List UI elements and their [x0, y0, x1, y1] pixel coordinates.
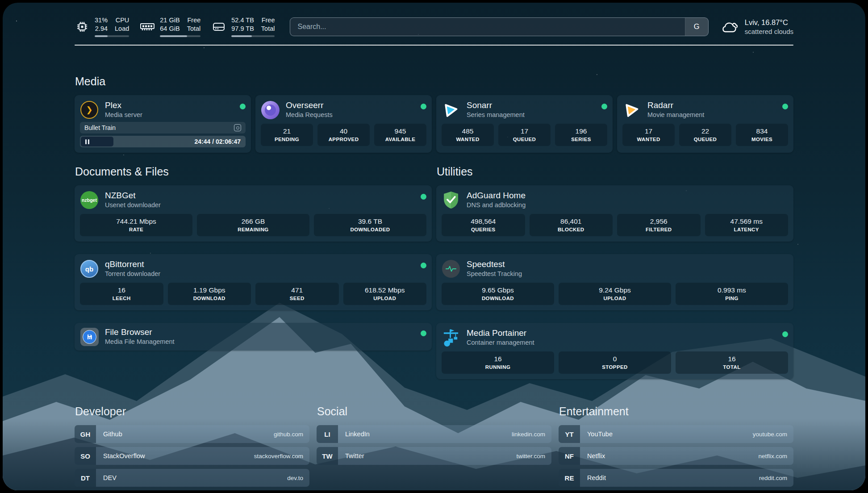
speedtest-card[interactable]: Speedtest Speedtest Tracking 9.65 Gbps D…	[436, 254, 793, 310]
playback-time: 24:44 / 02:06:47	[194, 138, 245, 145]
bookmark-abbr: DT	[75, 469, 96, 487]
top-header: 31% CPU 2.94 Load	[75, 16, 793, 37]
service-description: Movie management	[647, 111, 704, 118]
memory-total-value: 64 GiB	[160, 25, 179, 33]
plex-progress-row: 24:44 / 02:06:47	[80, 136, 246, 147]
speedtest-icon	[442, 259, 460, 278]
bookmark-reddit[interactable]: RE Reddit reddit.com	[559, 469, 793, 487]
session-view-icon[interactable]	[234, 124, 241, 131]
service-description: Container management	[467, 339, 534, 346]
bookmark-stackoverflow[interactable]: SO StackOverflow stackoverflow.com	[75, 447, 309, 465]
stat-block: 9.24 Gbps UPLOAD	[559, 283, 671, 305]
section-utilities: Utilities AdGuard Home	[436, 165, 793, 379]
bookmark-name: DEV	[103, 474, 117, 481]
memory-widget: 21 GiB Free 64 GiB Total	[140, 16, 200, 37]
stat-block: 834 MOVIES	[736, 124, 788, 146]
bookmark-abbr: GH	[75, 425, 96, 443]
pause-icon[interactable]	[81, 137, 113, 146]
resource-widgets: 31% CPU 2.94 Load	[75, 16, 275, 37]
plex-card[interactable]: ❯ Plex Media server Bullet Train	[75, 95, 251, 153]
dashboard-page: 31% CPU 2.94 Load	[3, 3, 865, 490]
service-name: Plex	[105, 100, 142, 110]
status-dot	[782, 104, 788, 109]
status-dot	[421, 194, 426, 200]
nzbget-card[interactable]: nzbget NZBGet Usenet downloader 744.21 M…	[75, 185, 432, 242]
disk-progress-bar	[231, 35, 275, 38]
entertainment-heading: Entertainment	[559, 405, 793, 418]
portainer-card[interactable]: Media Portainer Container management 16 …	[436, 323, 793, 379]
sonarr-card[interactable]: Sonarr Series management 485 WANTED 17 Q…	[436, 95, 613, 153]
bookmark-abbr: RE	[559, 469, 580, 487]
service-name: Speedtest	[467, 259, 522, 269]
memory-progress-bar	[160, 35, 200, 38]
status-dot	[782, 331, 788, 337]
bookmark-abbr: NF	[559, 447, 580, 465]
stat-block: 0 STOPPED	[559, 351, 671, 374]
bookmark-github[interactable]: GH Github github.com	[75, 425, 309, 443]
adguard-icon	[442, 191, 460, 209]
overseerr-card[interactable]: Overseerr Media Requests 21 PENDING 40 A…	[255, 95, 432, 153]
bookmark-abbr: LI	[317, 425, 338, 443]
bookmark-abbr: SO	[75, 447, 96, 465]
bookmark-name: StackOverflow	[103, 452, 145, 460]
disk-total-label: Total	[261, 25, 275, 33]
stat-block: 744.21 Mbps RATE	[80, 214, 192, 236]
search-input[interactable]	[290, 18, 684, 36]
stat-block: 9.65 Gbps DOWNLOAD	[442, 283, 554, 305]
bookmark-name: YouTube	[587, 430, 613, 438]
stat-block: 17 WANTED	[622, 124, 675, 146]
stat-block: 21 PENDING	[261, 124, 313, 146]
bookmark-dev[interactable]: DT DEV dev.to	[75, 469, 309, 487]
bookmark-netflix[interactable]: NF Netflix netflix.com	[559, 447, 793, 465]
radarr-card[interactable]: Radarr Movie management 17 WANTED 22 QUE…	[617, 95, 793, 153]
bookmark-twitter[interactable]: TW Twitter twitter.com	[317, 447, 551, 465]
utilities-heading: Utilities	[437, 165, 793, 178]
bookmark-url: dev.to	[287, 475, 303, 481]
disk-widget: 52.4 TB Free 97.9 TB Total	[211, 16, 275, 37]
service-name: Sonarr	[467, 100, 525, 110]
service-description: DNS and adblocking	[467, 201, 526, 209]
status-dot	[240, 104, 246, 109]
status-dot	[421, 104, 426, 109]
service-name: Radarr	[647, 100, 704, 110]
bookmarks-section: Developer GH Github github.com SO StackO…	[75, 405, 793, 490]
filebrowser-icon	[80, 327, 99, 346]
stat-block: 498,564 QUERIES	[442, 214, 525, 236]
bookmark-url: youtube.com	[753, 431, 787, 438]
background-stars	[16, 21, 17, 21]
stat-block: 2,956 FILTERED	[617, 214, 701, 236]
service-name: Overseerr	[286, 100, 333, 110]
bookmark-linkedin[interactable]: LI LinkedIn linkedin.com	[317, 425, 551, 443]
filebrowser-card[interactable]: File Browser Media File Management	[75, 323, 432, 351]
adguard-card[interactable]: AdGuard Home DNS and adblocking 498,564 …	[436, 185, 793, 242]
bookmark-url: netflix.com	[758, 453, 787, 460]
bookmark-youtube[interactable]: YT YouTube youtube.com	[559, 425, 793, 443]
service-name: AdGuard Home	[467, 191, 526, 200]
stat-block: 618.52 Mbps UPLOAD	[343, 283, 427, 305]
stat-block: 471 SEED	[255, 283, 339, 305]
service-description: Torrent downloader	[105, 270, 160, 277]
search-provider-button[interactable]: G	[685, 18, 708, 36]
bookmark-name: Twitter	[345, 452, 364, 460]
disk-icon	[211, 21, 226, 33]
weather-widget[interactable]: Lviv, 16.87°C scattered clouds	[720, 18, 793, 35]
overseerr-icon	[261, 100, 280, 119]
service-description: Media server	[105, 111, 142, 118]
service-description: Media File Management	[105, 338, 175, 345]
cpu-icon	[75, 20, 90, 33]
cpu-load-label: Load	[115, 25, 129, 33]
bookmark-url: twitter.com	[516, 453, 545, 460]
service-name: qBittorrent	[105, 259, 160, 269]
bookmark-url: linkedin.com	[512, 431, 545, 438]
nzbget-icon: nzbget	[80, 191, 99, 209]
stat-block: 39.6 TB DOWNLOADED	[314, 214, 426, 236]
stat-block: 40 APPROVED	[317, 124, 370, 146]
service-description: Series management	[467, 111, 525, 118]
bookmark-name: Reddit	[587, 474, 606, 481]
portainer-icon	[442, 328, 460, 347]
plex-icon: ❯	[80, 100, 99, 119]
memory-free-value: 21 GiB	[160, 16, 179, 25]
stat-block: 196 SERIES	[555, 124, 607, 146]
status-dot	[421, 330, 426, 336]
qbittorrent-card[interactable]: qb qBittorrent Torrent downloader 16 LEE…	[75, 254, 432, 310]
